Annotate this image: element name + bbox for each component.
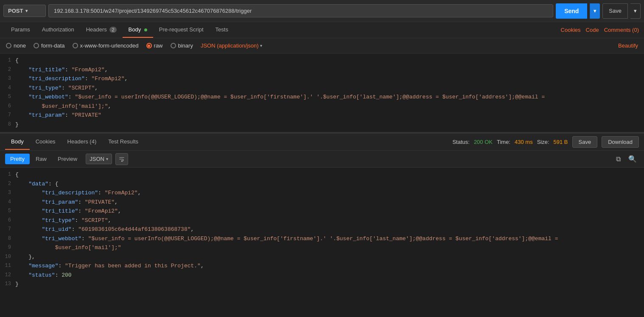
resp-line-12: 12 "status": 200 (0, 271, 644, 280)
format-pretty-button[interactable]: Pretty (5, 154, 30, 164)
req-line-7: 7 "tri_param": "PRIVATE" (0, 111, 644, 120)
resp-json-chevron-icon: ▾ (106, 157, 108, 161)
body-type-row: none form-data x-www-form-urlencoded raw… (0, 38, 644, 53)
radio-binary[interactable]: binary (171, 42, 193, 49)
resp-line-10: 10 }, (0, 252, 644, 262)
tab-prerequest[interactable]: Pre-request Script (153, 22, 210, 38)
link-cookies[interactable]: Cookies (561, 27, 581, 33)
resp-line-5: 5 "tri_title": "FromApi2", (0, 207, 644, 216)
tab-tests[interactable]: Tests (210, 22, 234, 38)
response-tabs: Body Cookies Headers (4) Test Results St… (0, 134, 644, 151)
size-label: Size: (537, 139, 549, 145)
resp-line-6: 6 "tri_type": "SCRIPT", (0, 216, 644, 225)
resp-line-11: 11 "message": "Trigger has been added in… (0, 261, 644, 271)
format-row: Pretty Raw Preview JSON ▾ ⧉ 🔍 (0, 151, 644, 168)
radio-raw-circle (146, 43, 152, 48)
radio-raw[interactable]: raw (146, 42, 163, 49)
tab-headers[interactable]: Headers 2 (80, 22, 123, 38)
radio-formdata-circle (34, 43, 39, 48)
url-input[interactable] (48, 4, 553, 17)
radio-urlencoded-circle (73, 43, 78, 48)
status-label: Status: (452, 139, 469, 145)
resp-line-3: 3 "tri_description": "FromApi2", (0, 188, 644, 198)
send-dropdown-button[interactable]: ▾ (590, 3, 600, 19)
method-label: POST (8, 8, 23, 14)
save-dropdown-top[interactable]: ▾ (630, 3, 641, 19)
link-code[interactable]: Code (586, 27, 599, 33)
time-value: 430 ms (515, 139, 533, 145)
response-json-selector[interactable]: JSON ▾ (86, 154, 112, 164)
resp-line-13: 13 } (0, 280, 644, 289)
resp-line-9: 9 $user_info['mail'];" (0, 243, 644, 252)
resp-line-1: 1 { (0, 170, 644, 180)
body-active-dot (144, 28, 147, 31)
resp-line-7: 7 "tri_uid": "6019836105c6e4d44af6138063… (0, 225, 644, 234)
size-value: 591 B (554, 139, 568, 145)
radio-binary-circle (171, 43, 176, 48)
radio-urlencoded[interactable]: x-www-form-urlencoded (73, 42, 139, 49)
response-save-button[interactable]: Save (572, 136, 598, 148)
json-format-chevron-icon: ▾ (260, 43, 262, 48)
json-format-label: JSON (application/json) (201, 42, 259, 49)
time-label: Time: (497, 139, 510, 145)
resp-tab-cookies[interactable]: Cookies (30, 134, 62, 150)
format-raw-button[interactable]: Raw (31, 154, 52, 164)
resp-line-4: 4 "tri_param": "PRIVATE", (0, 198, 644, 207)
response-download-button[interactable]: Download (602, 136, 639, 148)
search-icon[interactable]: 🔍 (626, 154, 639, 164)
resp-tab-headers[interactable]: Headers (4) (62, 134, 103, 150)
req-line-1: 1 { (0, 56, 644, 65)
resp-line-2: 2 "data": { (0, 180, 644, 189)
status-value: 200 OK (474, 139, 493, 145)
tab-params[interactable]: Params (5, 22, 36, 38)
format-preview-button[interactable]: Preview (53, 154, 82, 164)
req-line-4: 4 "tri_type": "SCRIPT", (0, 84, 644, 93)
req-line-8: 8 } (0, 120, 644, 129)
send-button[interactable]: Send (556, 3, 587, 19)
format-row-right: ⧉ 🔍 (614, 154, 639, 164)
response-meta: Status: 200 OK Time: 430 ms Size: 591 B … (452, 136, 639, 148)
request-body-editor[interactable]: 1 { 2 "tri_title": "FromApi2", 3 "tri_de… (0, 53, 644, 132)
json-format-selector[interactable]: JSON (application/json) ▾ (201, 42, 263, 49)
resp-tab-testresults[interactable]: Test Results (102, 134, 144, 150)
resp-line-8: 8 "tri_webbot": "$user_info = userInfo(@… (0, 234, 644, 244)
link-comments[interactable]: Comments (0) (604, 27, 639, 33)
tab-body[interactable]: Body (123, 22, 153, 38)
radio-none[interactable]: none (6, 42, 26, 49)
resp-tab-body[interactable]: Body (5, 134, 30, 150)
radio-none-circle (6, 43, 11, 48)
req-tabs-right: Cookies Code Comments (0) (561, 27, 639, 33)
copy-icon[interactable]: ⧉ (614, 154, 623, 164)
req-line-6: 6 $user_info['mail'];", (0, 102, 644, 111)
request-tabs: Params Authorization Headers 2 Body Pre-… (0, 22, 644, 38)
beautify-button[interactable]: Beautify (618, 42, 638, 49)
response-body-editor[interactable]: 1 { 2 "data": { 3 "tri_description": "Fr… (0, 168, 644, 317)
top-bar: POST ▾ Send ▾ Save ▾ (0, 0, 644, 22)
tab-authorization[interactable]: Authorization (36, 22, 80, 38)
req-line-5: 5 "tri_webbot": "$user_info = userInfo(@… (0, 93, 644, 102)
method-chevron-icon: ▾ (25, 8, 28, 13)
wrap-button[interactable] (115, 153, 128, 165)
req-line-2: 2 "tri_title": "FromApi2", (0, 65, 644, 75)
method-dropdown[interactable]: POST ▾ (3, 5, 46, 17)
save-button-top[interactable]: Save (602, 3, 628, 19)
radio-formdata[interactable]: form-data (34, 42, 65, 49)
resp-json-label: JSON (90, 156, 104, 162)
radio-raw-inner (148, 45, 150, 47)
req-line-3: 3 "tri_description": "FromApi2", (0, 74, 644, 84)
